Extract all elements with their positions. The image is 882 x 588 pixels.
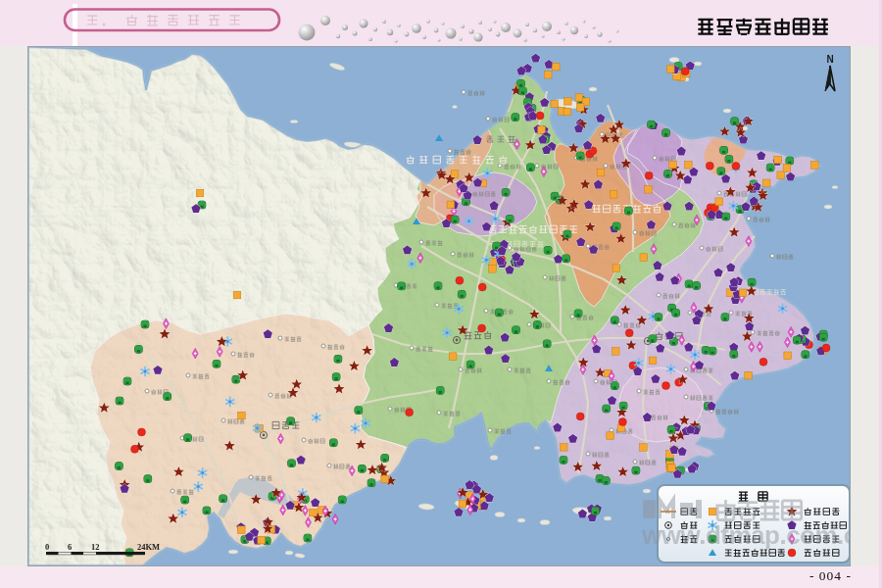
svg-text:12: 12 <box>91 542 100 552</box>
svg-text:6: 6 <box>68 542 72 552</box>
svg-text:24KM: 24KM <box>137 542 160 552</box>
svg-text:N: N <box>826 54 833 65</box>
svg-text:www.dtmap.com.cn: www.dtmap.com.cn <box>641 520 851 550</box>
svg-text:0: 0 <box>45 542 49 552</box>
